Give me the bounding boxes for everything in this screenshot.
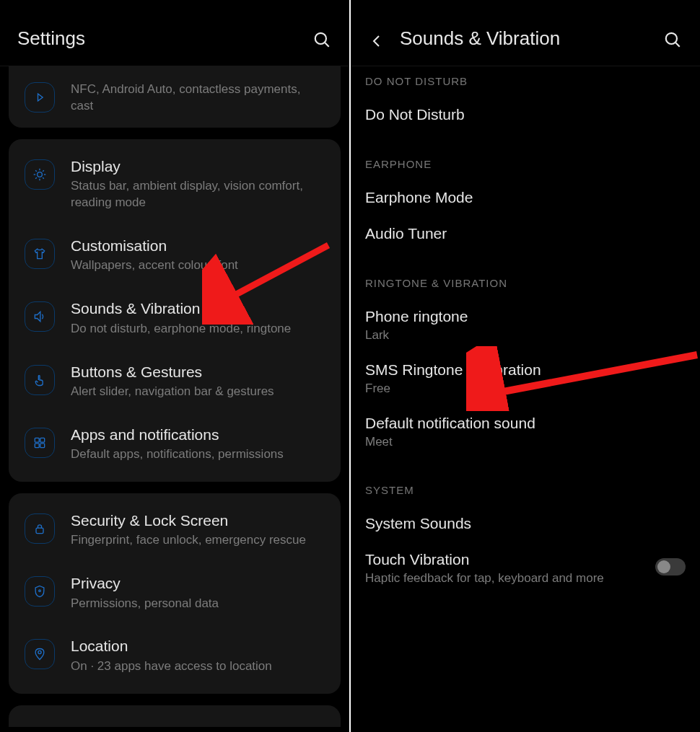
brightness-icon [25,159,55,190]
section-label: SYSTEM [365,484,686,496]
svg-marker-2 [38,94,43,101]
row-title: Phone ringtone [365,308,686,325]
row-title: Default notification sound [365,415,686,432]
settings-row-apps[interactable]: Apps and notifications Default apps, not… [9,413,341,476]
settings-row-buttons[interactable]: Buttons & Gestures Alert slider, navigat… [9,350,341,413]
touch-vibration-toggle[interactable] [655,558,686,576]
settings-row-customisation[interactable]: Customisation Wallpapers, accent colour,… [9,224,341,287]
row-sub: Lark [365,328,686,343]
sounds-header: Sounds & Vibration [351,0,700,66]
svg-point-3 [38,172,43,177]
section-label: EARPHONE [365,158,686,170]
section-label: RINGTONE & VIBRATION [365,277,686,289]
right-screenshot: Sounds & Vibration DO NOT DISTURB Do Not… [351,0,700,732]
row-title: Earphone Mode [365,189,686,206]
row-earphone-mode[interactable]: Earphone Mode [365,173,686,209]
row-title: Buttons & Gestures [71,362,325,382]
svg-line-10 [35,177,37,179]
row-sub: Free [365,382,686,396]
row-title: SMS Ringtone & Vibration [365,361,686,379]
row-sub: On · 23 apps have access to location [71,658,325,675]
settings-row-display[interactable]: Display Status bar, ambient display, vis… [9,145,341,224]
svg-rect-13 [40,438,45,442]
search-button[interactable] [662,30,683,50]
row-title: Apps and notifications [71,425,325,444]
svg-line-8 [35,170,37,172]
row-sub: NFC, Android Auto, contactless payments,… [71,81,325,115]
row-title: Touch Vibration [365,551,655,568]
row-sub: Do not disturb, earphone mode, ringtone [71,321,325,338]
shirt-icon [25,239,55,269]
toggle-knob [657,560,670,573]
row-sub: Alert slider, navigation bar & gestures [71,384,325,400]
row-sms-ringtone[interactable]: SMS Ringtone & Vibration Free [365,345,686,399]
row-title: Privacy [71,573,325,593]
svg-point-0 [315,33,326,44]
row-sub: Permissions, personal data [71,596,325,612]
row-sub: Default apps, notifications, permissions [71,446,325,463]
section-label: DO NOT DISTURB [365,75,686,87]
svg-line-9 [43,177,44,179]
row-title: Security & Lock Screen [71,511,325,530]
settings-card [9,705,341,727]
row-title: Customisation [71,236,325,255]
svg-rect-16 [36,528,43,534]
page-title: Settings [17,27,312,50]
settings-row-sounds[interactable]: Sounds & Vibration Do not disturb, earph… [9,287,341,350]
row-title: Location [71,636,325,656]
volume-icon [25,301,55,332]
settings-row-nfc[interactable]: NFC, Android Auto, contactless payments,… [9,72,341,122]
svg-line-1 [325,43,328,46]
lock-icon [25,513,55,544]
sounds-scroll[interactable]: DO NOT DISTURB Do Not Disturb EARPHONE E… [351,75,700,588]
search-icon [312,30,331,49]
row-do-not-disturb[interactable]: Do Not Disturb [365,90,686,126]
svg-line-11 [43,170,44,172]
row-title: Display [71,156,325,176]
search-icon [663,30,682,49]
svg-rect-12 [35,438,39,442]
grid-icon [25,428,55,458]
settings-scroll[interactable]: NFC, Android Auto, contactless payments,… [0,66,349,727]
svg-point-21 [666,33,677,44]
svg-line-22 [675,43,679,46]
gesture-icon [25,365,55,395]
svg-point-18 [38,651,41,654]
row-sub: Fingerprint, face unlock, emergency resc… [71,532,325,549]
settings-row-location[interactable]: Location On · 23 apps have access to loc… [9,625,341,687]
row-sub: Meet [365,435,686,449]
left-screenshot: Settings NFC, Android Auto, contactless … [0,0,349,732]
row-sub: Wallpapers, accent colour, font [71,257,325,274]
row-title: Do Not Disturb [365,106,686,123]
location-icon [25,639,55,669]
settings-card: NFC, Android Auto, contactless payments,… [9,66,341,128]
row-phone-ringtone[interactable]: Phone ringtone Lark [365,292,686,345]
svg-point-17 [39,590,41,592]
svg-rect-14 [35,444,39,448]
shield-icon [25,576,55,607]
row-audio-tuner[interactable]: Audio Tuner [365,209,686,245]
settings-row-security[interactable]: Security & Lock Screen Fingerprint, face… [9,499,341,562]
back-button[interactable] [368,32,391,50]
search-button[interactable] [312,30,332,50]
svg-rect-15 [40,444,45,448]
settings-row-privacy[interactable]: Privacy Permissions, personal data [9,562,341,625]
settings-card: Display Status bar, ambient display, vis… [9,139,341,482]
row-sub: Status bar, ambient display, vision comf… [71,178,325,211]
row-title: System Sounds [365,515,686,532]
settings-card: Security & Lock Screen Fingerprint, face… [9,493,341,694]
row-default-notif[interactable]: Default notification sound Meet [365,399,686,452]
row-system-sounds[interactable]: System Sounds [365,499,686,535]
nfc-icon [25,82,55,113]
row-title: Sounds & Vibration [71,299,325,318]
row-sub: Haptic feedback for tap, keyboard and mo… [365,571,655,586]
page-title: Sounds & Vibration [400,27,662,50]
row-touch-vibration[interactable]: Touch Vibration Haptic feedback for tap,… [365,535,686,588]
settings-header: Settings [0,0,349,66]
row-title: Audio Tuner [365,225,686,242]
chevron-left-icon [368,32,385,50]
